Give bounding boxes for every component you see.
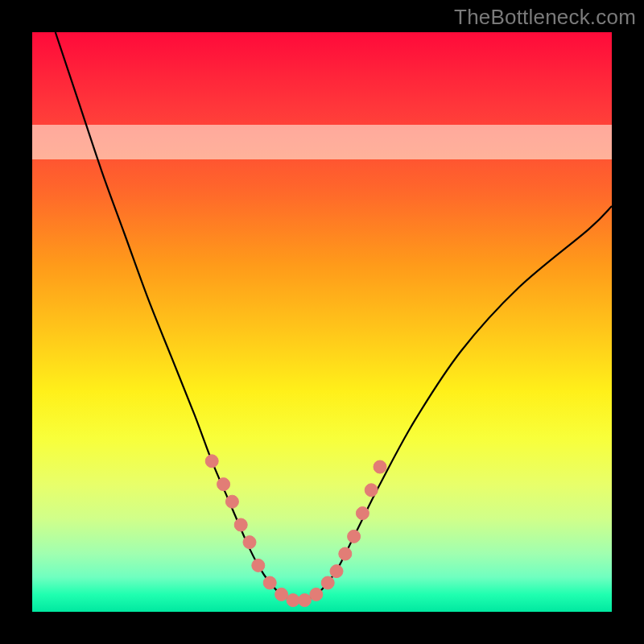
data-point bbox=[252, 559, 265, 572]
plot-area bbox=[32, 32, 612, 612]
data-point bbox=[365, 484, 378, 497]
data-point bbox=[374, 460, 386, 473]
data-point bbox=[339, 547, 352, 560]
curve-layer bbox=[32, 32, 612, 612]
data-point bbox=[225, 495, 238, 508]
data-point bbox=[348, 530, 361, 543]
bottleneck-curve bbox=[56, 32, 612, 601]
data-point bbox=[287, 594, 299, 607]
data-point bbox=[217, 478, 230, 491]
data-point bbox=[275, 588, 288, 601]
bottleneck-points-group bbox=[205, 455, 386, 607]
data-point bbox=[298, 594, 311, 607]
data-point bbox=[243, 536, 256, 549]
data-point bbox=[330, 565, 343, 578]
chart-stage: TheBottleneck.com bbox=[0, 0, 644, 644]
data-point bbox=[263, 576, 276, 589]
data-point bbox=[321, 576, 334, 589]
watermark-text: TheBottleneck.com bbox=[454, 5, 636, 30]
data-point bbox=[356, 507, 369, 520]
data-point bbox=[205, 455, 218, 468]
data-point bbox=[234, 518, 247, 531]
data-point bbox=[310, 588, 323, 601]
